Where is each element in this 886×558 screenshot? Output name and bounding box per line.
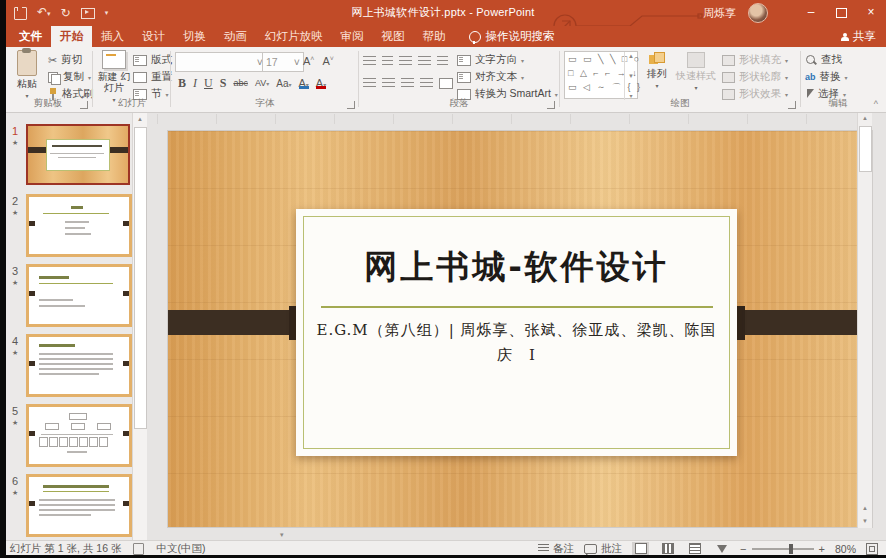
subtitle-line-2: 庆I bbox=[296, 343, 737, 368]
tab-help[interactable]: 帮助 bbox=[414, 26, 455, 47]
align-text-button[interactable]: 对齐文本▾ bbox=[457, 70, 524, 84]
tab-transitions[interactable]: 切换 bbox=[174, 26, 215, 47]
align-right-icon[interactable] bbox=[401, 78, 414, 89]
clipboard-dialog-launcher[interactable] bbox=[80, 101, 88, 109]
collapse-ribbon-button[interactable]: ^ bbox=[874, 99, 878, 109]
slide-subtitle[interactable]: E.G.M（第八组）| 周烁享、张斌、徐亚成、梁凯、陈国 庆I bbox=[296, 318, 737, 368]
zoom-percentage[interactable]: 80% bbox=[835, 543, 856, 555]
scrollbar-thumb[interactable] bbox=[134, 127, 147, 429]
tell-me-search[interactable]: 操作说明搜索 bbox=[469, 26, 555, 47]
columns-icon[interactable] bbox=[439, 78, 453, 89]
underline-button[interactable]: U bbox=[201, 76, 216, 91]
comments-button[interactable]: 批注 bbox=[584, 542, 622, 556]
shapes-gallery[interactable]: ▭ ▭ ╲ ╲ □ ○ □ △ ⌐ ⌐ → ↓ ▭ ◁ ～ ⌒ { } ▲▼▾ bbox=[564, 51, 638, 99]
close-button[interactable]: × bbox=[856, 0, 886, 25]
paste-button[interactable]: 粘贴▾ bbox=[6, 50, 48, 102]
normal-view-button[interactable] bbox=[632, 542, 649, 555]
workspace: 1 ★ 2 ★ 3 ★ bbox=[6, 112, 886, 540]
justify-icon[interactable] bbox=[420, 78, 433, 89]
zoom-slider[interactable] bbox=[752, 548, 814, 550]
main-scrollbar[interactable]: ▲ ▲ ▼ bbox=[857, 112, 872, 528]
thumbnail-scrollbar[interactable]: ▲ bbox=[132, 112, 147, 540]
slide-thumbnail-6[interactable] bbox=[26, 474, 132, 537]
find-button[interactable]: 查找 bbox=[805, 52, 842, 68]
font-dialog-launcher[interactable] bbox=[347, 101, 355, 109]
language-status[interactable]: 中文(中国) bbox=[156, 542, 205, 556]
user-avatar[interactable] bbox=[748, 3, 768, 23]
align-left-icon[interactable] bbox=[363, 78, 376, 89]
shapes-gallery-scroll[interactable]: ▲▼▾ bbox=[624, 52, 637, 100]
scroll-up-icon[interactable]: ▲ bbox=[858, 112, 872, 125]
italic-button[interactable]: I bbox=[190, 76, 200, 91]
zoom-slider-thumb[interactable] bbox=[789, 544, 793, 554]
tab-home[interactable]: 开始 bbox=[51, 26, 92, 47]
restore-button[interactable] bbox=[826, 0, 856, 25]
numbering-icon[interactable] bbox=[382, 56, 393, 67]
slideshow-view-button[interactable] bbox=[713, 542, 730, 555]
shadow-button[interactable]: S bbox=[217, 76, 230, 91]
shape-outline-button[interactable]: 形状轮廓▾ bbox=[722, 70, 788, 84]
quick-styles-button[interactable]: 快速样式▾ bbox=[674, 52, 718, 94]
reading-view-button[interactable] bbox=[686, 542, 703, 555]
user-name[interactable]: 周烁享 bbox=[703, 6, 736, 21]
font-name-combobox[interactable]: ˅ bbox=[175, 52, 267, 72]
text-effects-button[interactable]: A▾ bbox=[296, 77, 312, 89]
zoom-in-button[interactable]: + bbox=[819, 543, 825, 555]
shape-fill-button[interactable]: 形状填充▾ bbox=[722, 53, 788, 67]
share-button[interactable]: 共享 bbox=[841, 26, 876, 47]
minimize-button[interactable]: – bbox=[796, 0, 826, 25]
slide-thumbnail-4[interactable] bbox=[26, 334, 132, 397]
zoom-out-button[interactable]: − bbox=[740, 543, 746, 555]
slide-sorter-icon bbox=[662, 543, 674, 554]
character-spacing-button[interactable]: AV▾ bbox=[252, 78, 272, 88]
slide-canvas[interactable]: 网上书城-软件设计 E.G.M（第八组）| 周烁享、张斌、徐亚成、梁凯、陈国 庆… bbox=[168, 131, 872, 527]
reset-button[interactable]: 重置 bbox=[133, 69, 172, 85]
previous-slide-button[interactable]: ▲ bbox=[858, 502, 872, 515]
panel-splitter-caret[interactable]: ▾ bbox=[280, 531, 284, 539]
accessibility-icon[interactable] bbox=[133, 543, 144, 555]
drawing-dialog-launcher[interactable] bbox=[788, 101, 796, 109]
notes-button[interactable]: 备注 bbox=[538, 542, 574, 556]
tab-view[interactable]: 视图 bbox=[373, 26, 414, 47]
tab-review[interactable]: 审阅 bbox=[332, 26, 373, 47]
strikethrough-button[interactable]: abc bbox=[230, 78, 251, 88]
tab-design[interactable]: 设计 bbox=[133, 26, 174, 47]
slide-thumbnail-3[interactable] bbox=[26, 264, 132, 327]
replace-icon: ab bbox=[805, 72, 816, 82]
scrollbar-thumb[interactable] bbox=[859, 126, 872, 172]
bold-button[interactable]: B bbox=[175, 76, 189, 91]
increase-indent-icon[interactable] bbox=[418, 56, 431, 67]
paragraph-dialog-launcher[interactable] bbox=[547, 101, 555, 109]
tab-insert[interactable]: 插入 bbox=[92, 26, 133, 47]
tab-slideshow[interactable]: 幻灯片放映 bbox=[256, 26, 332, 47]
title-card[interactable]: 网上书城-软件设计 E.G.M（第八组）| 周烁享、张斌、徐亚成、梁凯、陈国 庆… bbox=[296, 209, 737, 456]
fit-to-window-icon[interactable] bbox=[866, 543, 878, 555]
text-direction-button[interactable]: 文字方向▾ bbox=[457, 53, 524, 67]
line-spacing-icon[interactable] bbox=[437, 56, 448, 67]
shrink-font-button[interactable]: A˅ bbox=[319, 55, 336, 67]
change-case-button[interactable]: Aa▾ bbox=[273, 78, 294, 89]
tab-animations[interactable]: 动画 bbox=[215, 26, 256, 47]
slide-thumbnail-5[interactable] bbox=[26, 404, 132, 467]
ribbon-tab-strip: 文件 开始 插入 设计 切换 动画 幻灯片放映 审阅 视图 帮助 操作说明搜索 bbox=[0, 26, 886, 47]
quick-styles-icon bbox=[687, 52, 705, 68]
slide-title[interactable]: 网上书城-软件设计 bbox=[296, 245, 737, 290]
next-slide-button[interactable]: ▼ bbox=[858, 515, 872, 528]
slide-thumbnail-1[interactable] bbox=[26, 124, 130, 185]
grow-font-button[interactable]: A˄ bbox=[300, 55, 317, 67]
font-color-button[interactable]: A▾ bbox=[313, 77, 329, 89]
align-center-icon[interactable] bbox=[382, 78, 395, 89]
copy-button[interactable]: 复制▾ bbox=[48, 69, 91, 85]
bullets-icon[interactable] bbox=[363, 56, 376, 67]
scroll-up-icon[interactable]: ▲ bbox=[133, 112, 147, 126]
cut-button[interactable]: ✂ 剪切 bbox=[48, 52, 82, 68]
tab-file[interactable]: 文件 bbox=[10, 26, 51, 47]
slide-thumbnail-2[interactable] bbox=[26, 194, 132, 257]
font-size-combobox[interactable]: 17˅ bbox=[262, 52, 304, 72]
slide-count-status[interactable]: 幻灯片 第 1 张, 共 16 张 bbox=[10, 542, 121, 556]
replace-button[interactable]: ab 替换▾ bbox=[805, 69, 848, 85]
decrease-indent-icon[interactable] bbox=[399, 56, 412, 67]
slide-sorter-view-button[interactable] bbox=[659, 542, 676, 555]
reset-icon bbox=[133, 72, 147, 83]
arrange-button[interactable]: 排列▾ bbox=[640, 52, 674, 92]
